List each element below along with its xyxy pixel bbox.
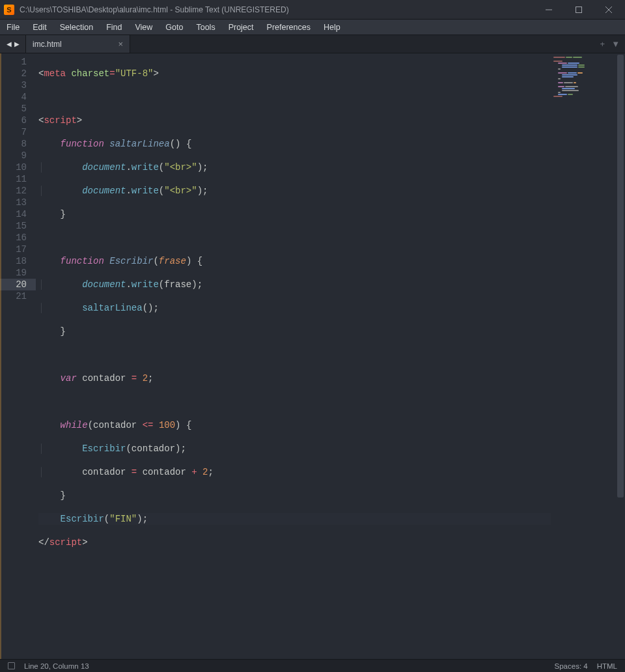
menu-preferences[interactable]: Preferences (260, 20, 317, 35)
line-number: 10 (0, 161, 27, 173)
tab-close-icon[interactable]: × (118, 39, 123, 49)
line-number: 7 (0, 126, 27, 138)
menubar: File Edit Selection Find View Goto Tools… (0, 20, 625, 35)
tab-nav-forward-icon[interactable]: ▶ (14, 40, 20, 48)
line-number: 16 (0, 232, 27, 244)
line-number: 19 (0, 267, 27, 279)
minimap[interactable] (551, 53, 616, 659)
line-number: 2 (0, 68, 27, 79)
titlebar: S C:\Users\TOSHIBA\Desktop\alura\imc.htm… (0, 0, 625, 20)
menu-view[interactable]: View (128, 20, 159, 35)
menu-selection[interactable]: Selection (53, 20, 100, 35)
tab-bar: ◀ ▶ imc.html × + ▼ (0, 35, 625, 53)
status-indentation[interactable]: Spaces: 4 (555, 662, 588, 670)
line-number: 4 (0, 91, 27, 103)
code-area[interactable]: <meta charset="UTF-8"> <script> function… (36, 53, 551, 659)
line-number: 5 (0, 103, 27, 115)
svg-rect-1 (576, 7, 582, 12)
tab-add-icon[interactable]: + (600, 39, 605, 49)
tab-overflow-icon[interactable]: ▼ (611, 39, 620, 49)
line-number: 20 (0, 279, 36, 290)
line-number-gutter[interactable]: 1 2 3 4 5 6 7 8 9 10 11 12 13 14 15 16 1… (0, 53, 36, 659)
menu-edit[interactable]: Edit (26, 20, 53, 35)
tab-nav-back-icon[interactable]: ◀ (7, 40, 12, 48)
menu-project[interactable]: Project (222, 20, 260, 35)
line-number: 13 (0, 197, 27, 208)
editor: 1 2 3 4 5 6 7 8 9 10 11 12 13 14 15 16 1… (0, 53, 625, 659)
close-button[interactable] (594, 0, 624, 20)
window-title: C:\Users\TOSHIBA\Desktop\alura\imc.html … (20, 5, 534, 14)
app-icon: S (4, 5, 14, 15)
line-number: 9 (0, 150, 27, 161)
line-number: 17 (0, 244, 27, 255)
minimize-button[interactable] (534, 0, 564, 20)
line-number: 8 (0, 138, 27, 150)
vertical-scrollbar[interactable] (616, 53, 625, 659)
maximize-button[interactable] (564, 0, 594, 20)
line-number: 11 (0, 173, 27, 185)
line-number: 12 (0, 185, 27, 197)
line-number: 1 (0, 56, 27, 68)
menu-find[interactable]: Find (100, 20, 128, 35)
line-number: 15 (0, 220, 27, 232)
tab-label: imc.html (33, 40, 62, 49)
line-number: 6 (0, 115, 27, 126)
line-number: 3 (0, 79, 27, 91)
line-number: 21 (0, 290, 27, 302)
menu-goto[interactable]: Goto (159, 20, 189, 35)
panel-toggle-icon[interactable] (8, 662, 15, 669)
tab-nav: ◀ ▶ (0, 35, 26, 53)
status-position: Line 20, Column 13 (24, 662, 89, 670)
line-number: 18 (0, 255, 27, 267)
tab-imc-html[interactable]: imc.html × (26, 35, 130, 53)
menu-file[interactable]: File (0, 20, 26, 35)
line-number: 14 (0, 208, 27, 220)
status-bar: Line 20, Column 13 Spaces: 4 HTML (0, 659, 625, 672)
menu-tools[interactable]: Tools (189, 20, 221, 35)
scrollbar-thumb[interactable] (617, 55, 624, 497)
menu-help[interactable]: Help (317, 20, 347, 35)
status-language[interactable]: HTML (597, 662, 617, 670)
